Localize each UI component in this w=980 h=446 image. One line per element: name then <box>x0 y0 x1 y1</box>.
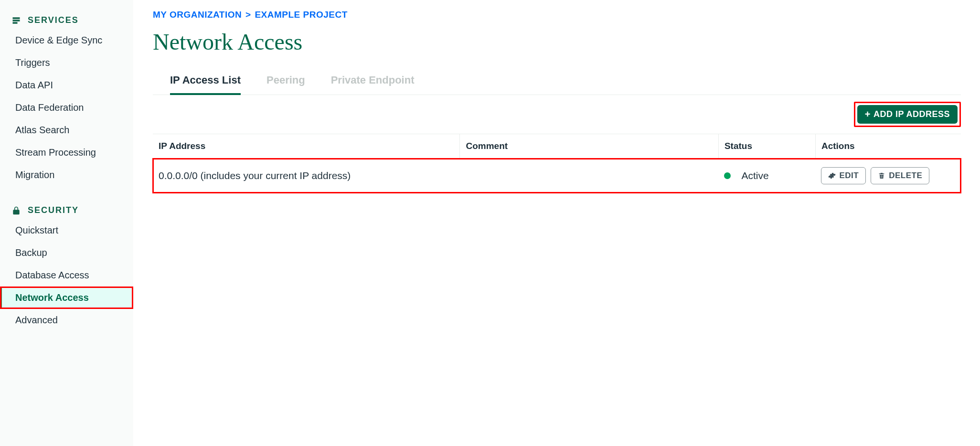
cell-ip: 0.0.0.0/0 (includes your current IP addr… <box>153 159 460 193</box>
page-title: Network Access <box>153 29 961 55</box>
sidebar-item-atlas-search[interactable]: Atlas Search <box>0 119 133 141</box>
sidebar-item-triggers[interactable]: Triggers <box>0 52 133 74</box>
add-ip-highlight: + ADD IP ADDRESS <box>854 102 961 127</box>
cell-comment <box>460 159 718 193</box>
main-content: MY ORGANIZATION > EXAMPLE PROJECT Networ… <box>134 0 980 446</box>
tab-peering[interactable]: Peering <box>266 74 305 95</box>
sidebar-section-security: SECURITY <box>0 202 133 219</box>
status-dot-icon <box>724 172 731 179</box>
lock-icon <box>11 206 21 215</box>
add-ip-button[interactable]: + ADD IP ADDRESS <box>857 105 958 124</box>
th-comment: Comment <box>460 134 718 159</box>
sidebar-item-quickstart[interactable]: Quickstart <box>0 219 133 242</box>
sidebar: SERVICES Device & Edge Sync Triggers Dat… <box>0 0 134 446</box>
tab-ip-access-list[interactable]: IP Access List <box>170 74 241 95</box>
breadcrumb: MY ORGANIZATION > EXAMPLE PROJECT <box>153 10 961 20</box>
delete-label: DELETE <box>889 171 922 181</box>
services-icon <box>11 16 21 25</box>
sidebar-item-database-access[interactable]: Database Access <box>0 264 133 287</box>
status-text: Active <box>741 170 768 181</box>
sidebar-item-data-federation[interactable]: Data Federation <box>0 96 133 119</box>
th-ip: IP Address <box>153 134 460 159</box>
sidebar-item-network-access[interactable]: Network Access <box>0 287 133 309</box>
sidebar-section-services: SERVICES <box>0 11 133 29</box>
sidebar-item-advanced[interactable]: Advanced <box>0 309 133 331</box>
services-label: SERVICES <box>28 15 79 25</box>
tabs: IP Access List Peering Private Endpoint <box>153 74 961 95</box>
gear-icon <box>828 172 836 180</box>
th-status: Status <box>718 134 815 159</box>
sidebar-item-backup[interactable]: Backup <box>0 242 133 264</box>
plus-icon: + <box>865 109 871 120</box>
edit-button[interactable]: EDIT <box>821 167 866 184</box>
cell-actions: EDIT DELETE <box>815 159 961 193</box>
breadcrumb-org[interactable]: MY ORGANIZATION <box>153 10 242 20</box>
sidebar-item-migration[interactable]: Migration <box>0 164 133 186</box>
delete-button[interactable]: DELETE <box>871 167 929 184</box>
tab-private-endpoint[interactable]: Private Endpoint <box>331 74 415 95</box>
th-actions: Actions <box>815 134 961 159</box>
cell-status: Active <box>718 159 815 193</box>
security-label: SECURITY <box>28 205 79 215</box>
ip-access-table: IP Address Comment Status Actions 0.0.0.… <box>153 134 961 193</box>
add-ip-label: ADD IP ADDRESS <box>873 109 950 119</box>
sidebar-item-data-api[interactable]: Data API <box>0 74 133 96</box>
sidebar-item-device-sync[interactable]: Device & Edge Sync <box>0 29 133 52</box>
trash-icon <box>878 172 885 180</box>
action-bar: + ADD IP ADDRESS <box>153 95 961 134</box>
breadcrumb-sep: > <box>245 10 251 20</box>
edit-label: EDIT <box>839 171 859 181</box>
sidebar-item-stream-processing[interactable]: Stream Processing <box>0 141 133 164</box>
breadcrumb-project[interactable]: EXAMPLE PROJECT <box>255 10 347 20</box>
table-row: 0.0.0.0/0 (includes your current IP addr… <box>153 159 961 193</box>
